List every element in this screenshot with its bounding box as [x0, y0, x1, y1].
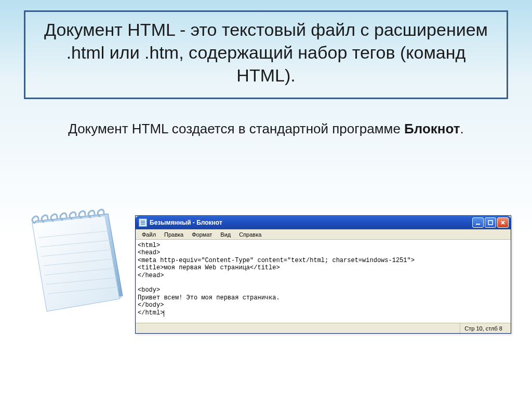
statusbar: Стр 10, стлб 8 [136, 323, 511, 333]
window-controls [472, 217, 509, 228]
maximize-icon [488, 220, 493, 225]
menu-file[interactable]: Файл [138, 230, 160, 239]
subtitle-prefix: Документ HTML создается в стандартной пр… [68, 121, 404, 136]
subtitle-suffix: . [460, 121, 464, 136]
svg-rect-8 [488, 221, 493, 225]
notepad-app-icon [139, 218, 147, 227]
main-heading-box: Документ HTML - это текстовый файл с рас… [24, 10, 508, 99]
maximize-button[interactable] [485, 217, 496, 228]
notepad-window: Безымянный - Блокнот [135, 215, 511, 334]
menu-format[interactable]: Формат [188, 230, 216, 239]
menu-view[interactable]: Вид [216, 230, 235, 239]
menu-edit[interactable]: Правка [160, 230, 188, 239]
status-cursor-position: Стр 10, стлб 8 [460, 323, 508, 333]
menu-help[interactable]: Справка [235, 230, 265, 239]
minimize-icon [475, 220, 481, 225]
subtitle-bold: Блокнот [404, 121, 460, 136]
close-button[interactable] [497, 217, 509, 228]
close-icon [500, 220, 506, 225]
subtitle-text: Документ HTML создается в стандартной пр… [21, 120, 511, 138]
editor-text-area[interactable]: <html> <head> <meta http-equiv="Content-… [136, 240, 511, 323]
window-title: Безымянный - Блокнот [150, 219, 472, 226]
minimize-button[interactable] [472, 217, 484, 228]
text-cursor [164, 310, 164, 317]
svg-rect-7 [476, 224, 480, 225]
main-heading: Документ HTML - это текстовый файл с рас… [36, 18, 496, 87]
menubar: Файл Правка Формат Вид Справка [136, 229, 511, 240]
illustration-row: Безымянный - Блокнот [21, 215, 511, 334]
slide: Документ HTML - это текстовый файл с рас… [0, 0, 532, 398]
titlebar[interactable]: Безымянный - Блокнот [136, 216, 511, 229]
notepad-clipart-icon [21, 202, 130, 319]
